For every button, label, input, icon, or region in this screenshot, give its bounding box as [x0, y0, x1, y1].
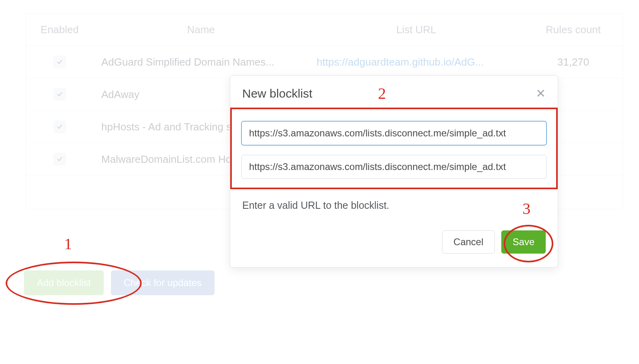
annotated-input-group: [230, 108, 558, 189]
blocklist-url-input[interactable]: [241, 155, 547, 179]
cancel-button[interactable]: Cancel: [442, 230, 495, 254]
modal-body: Enter a valid URL to the blocklist.: [230, 108, 558, 219]
close-icon[interactable]: ✕: [536, 88, 546, 100]
modal-footer: Cancel Save: [230, 219, 558, 267]
modal-header: New blocklist ✕: [230, 76, 558, 108]
save-button[interactable]: Save: [501, 230, 546, 254]
modal-title: New blocklist: [242, 87, 312, 100]
new-blocklist-modal: New blocklist ✕ Enter a valid URL to the…: [230, 75, 558, 268]
modal-hint: Enter a valid URL to the blocklist.: [241, 189, 547, 215]
blocklist-name-input[interactable]: [241, 121, 547, 145]
